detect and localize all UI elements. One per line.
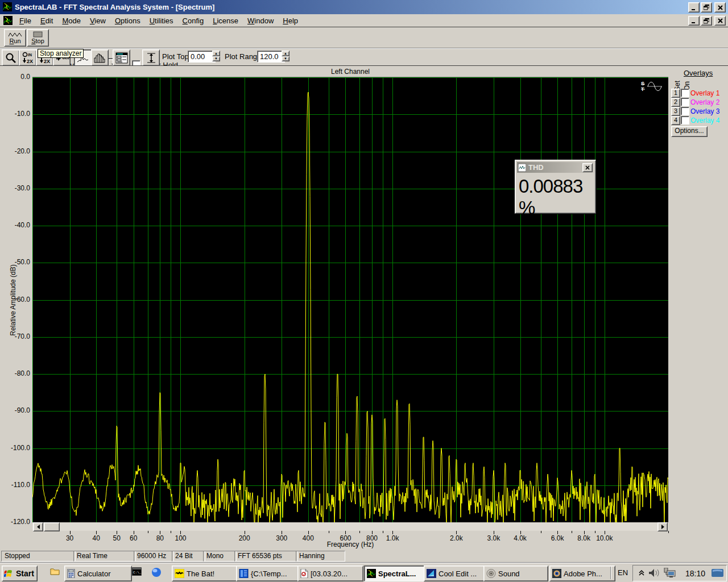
- dialog-icon: [115, 52, 128, 64]
- close-button[interactable]: [714, 2, 726, 13]
- spectrum-plot-area[interactable]: S T: [32, 77, 668, 522]
- amplitude-scale-button[interactable]: [142, 49, 160, 66]
- child-window-icon[interactable]: [3, 16, 13, 25]
- plot-h-scrollbar[interactable]: [32, 522, 668, 531]
- plot-top-field[interactable]: 0.00: [188, 51, 216, 63]
- overlay-label-3: Overlay 3: [690, 107, 719, 115]
- start-button[interactable]: Start: [2, 566, 38, 581]
- task-label: [03.03.20...: [311, 569, 348, 578]
- status-panel-fft-65536-pts: FFT 65536 pts: [234, 551, 298, 562]
- minimize-button[interactable]: [688, 2, 700, 13]
- overlays-options-button[interactable]: Options...: [671, 126, 708, 137]
- magnifier-icon: [5, 52, 16, 64]
- taskbar-task-the-bat-[interactable]: The Bat!: [172, 566, 240, 581]
- show-desktop-icon[interactable]: [712, 568, 723, 578]
- hidden-icons-chevron[interactable]: [638, 569, 645, 576]
- photoshop-icon: [552, 569, 561, 578]
- clock[interactable]: 18:10: [685, 568, 710, 579]
- stop-label: Stop: [31, 38, 44, 44]
- status-panel-mono: Mono: [203, 551, 237, 562]
- overlay-on-checkbox-2[interactable]: [681, 98, 689, 106]
- language-indicator[interactable]: EN: [615, 567, 630, 579]
- y-axis-title: Relative Amplitude (dB): [9, 252, 17, 348]
- taskbar-task--c-temp-[interactable]: {C:\Temp...: [236, 566, 301, 581]
- child-close-button[interactable]: [714, 16, 726, 26]
- zoom-button[interactable]: [2, 49, 19, 66]
- x-axis-title: Frequency (Hz): [32, 541, 668, 548]
- menu-file[interactable]: File: [15, 15, 36, 26]
- plot-range-spinner[interactable]: ▲▼: [282, 51, 289, 61]
- plot-range-field[interactable]: 120.0: [257, 51, 285, 63]
- menu-options[interactable]: Options: [110, 15, 145, 26]
- taskbar-divider: [610, 567, 611, 579]
- overlay-label-1: Overlay 1: [690, 89, 719, 97]
- thd-title: THD: [528, 163, 544, 172]
- menu-help[interactable]: Help: [278, 15, 303, 26]
- thd-close-button[interactable]: [582, 163, 593, 172]
- console-icon[interactable]: C:\_: [132, 567, 142, 576]
- menu-window[interactable]: Window: [243, 15, 278, 26]
- overlay-on-checkbox-3[interactable]: [681, 107, 689, 115]
- status-panel-real-time: Real Time: [73, 551, 136, 562]
- spectralab-application: SpectraLAB - FFT Spectral Analysis Syste…: [0, 0, 728, 582]
- y-tick-label: -30.0: [1, 184, 30, 192]
- stop-analyzer-tooltip: Stop analyzer: [38, 49, 84, 58]
- window-title: SpectraLAB - FFT Spectral Analysis Syste…: [15, 3, 214, 11]
- plot-top-spinner[interactable]: ▲▼: [212, 51, 220, 61]
- menu-edit[interactable]: Edit: [36, 15, 57, 26]
- svg-text:C:\_: C:\_: [133, 571, 142, 575]
- overlay-on-checkbox-1[interactable]: [681, 89, 689, 97]
- x-tick: [572, 531, 572, 533]
- display-options-button[interactable]: [113, 49, 130, 66]
- thd-window[interactable]: THD 0.00883 %: [515, 160, 596, 214]
- menu-mode[interactable]: Mode: [57, 15, 85, 26]
- taskbar-task--03-03-20-[interactable]: [03.03.20...: [297, 566, 363, 581]
- transport-toolbar: Run Stop Avg: 1 Peak Hold: [0, 27, 728, 48]
- overlay-set-button-4[interactable]: 4: [671, 116, 680, 125]
- y-tick-label: 0.0: [1, 73, 30, 81]
- child-restore-button[interactable]: [701, 16, 712, 26]
- menu-config[interactable]: Config: [178, 15, 209, 26]
- x-tick: [668, 531, 669, 533]
- status-panel-hanning: Hanning: [296, 551, 345, 562]
- stop-button[interactable]: Stop: [27, 29, 49, 47]
- taskbar-task-cool-edit-[interactable]: Cool Edit ...: [424, 566, 487, 581]
- globe-icon[interactable]: [151, 567, 162, 577]
- scroll-right-button[interactable]: [657, 522, 668, 531]
- folder-icon[interactable]: [50, 567, 60, 576]
- overlay-row: 4Overlay 4: [671, 116, 728, 124]
- overlay-set-button-2[interactable]: 2: [671, 98, 680, 107]
- overlay-set-button-3[interactable]: 3: [671, 107, 680, 116]
- svg-text:S: S: [641, 81, 644, 86]
- network-icon[interactable]: [663, 568, 677, 579]
- scrollbar-thumb[interactable]: [44, 522, 60, 531]
- y-tick-label: -20.0: [1, 147, 30, 155]
- bars-view-button[interactable]: [91, 49, 109, 66]
- spectralab-icon[interactable]: [3, 2, 12, 11]
- overlay-on-checkbox-4[interactable]: [681, 116, 689, 124]
- taskbar-task-spectral-[interactable]: SpectraL...: [364, 566, 427, 581]
- restore-button[interactable]: [701, 2, 712, 13]
- vertical-scale-icon: [146, 52, 157, 64]
- run-button[interactable]: Run: [4, 29, 26, 47]
- thd-title-bar[interactable]: THD: [517, 162, 594, 173]
- y-tick-label: -90.0: [1, 406, 30, 414]
- zoom-in-2x-button[interactable]: IN2X: [19, 49, 36, 66]
- bat-icon: [175, 569, 184, 578]
- volume-icon[interactable]: [648, 568, 661, 577]
- scroll-left-button[interactable]: [33, 522, 43, 531]
- taskbar-task-sound[interactable]: Sound: [483, 566, 548, 581]
- taskbar-task-adobe-ph-[interactable]: Adobe Ph...: [549, 566, 615, 581]
- title-bar[interactable]: SpectraLAB - FFT Spectral Analysis Syste…: [0, 0, 728, 14]
- menu-view[interactable]: View: [85, 15, 110, 26]
- overlay-set-button-1[interactable]: 1: [671, 89, 680, 98]
- menu-license[interactable]: License: [208, 15, 243, 26]
- taskbar: Start CalculatorC:\_The Bat!{C:\Temp...[…: [0, 563, 728, 582]
- menu-utilities[interactable]: Utilities: [145, 15, 178, 26]
- child-minimize-button[interactable]: [688, 16, 700, 26]
- taskbar-task-calculator[interactable]: Calculator: [64, 566, 132, 581]
- y-tick-label: -10.0: [1, 110, 30, 118]
- signal-trigger-indicator-icon: S T: [641, 80, 664, 93]
- task-label: Adobe Ph...: [564, 569, 602, 578]
- task-label: Cool Edit ...: [439, 569, 477, 578]
